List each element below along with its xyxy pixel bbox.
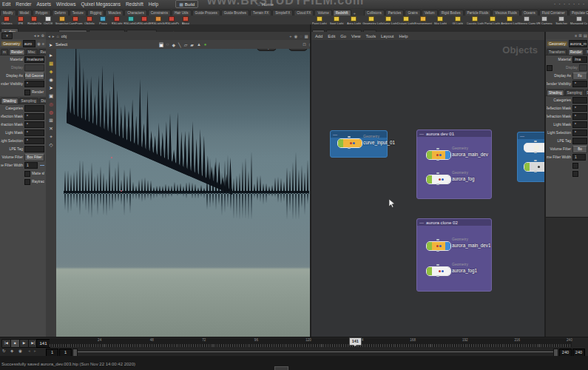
node-input-connector[interactable] (436, 148, 439, 149)
grid-icon[interactable]: ⊞ (49, 118, 53, 123)
network-box-header[interactable]: —aurora clone 02 (417, 219, 491, 226)
folder-tab-render[interactable]: Render (568, 49, 584, 55)
subtab-sampling[interactable]: Sampling (565, 90, 584, 95)
shelf-tool-ambient-light[interactable]: Ambient Light (501, 16, 518, 24)
node-lock-icon[interactable]: ◉ (37, 41, 41, 46)
subtab-shading[interactable]: Shading (547, 90, 564, 95)
parameter-field[interactable]: * (572, 113, 587, 120)
render-flag[interactable] (445, 151, 450, 159)
target-icon[interactable]: ⌖ (50, 134, 53, 139)
layout-single-icon[interactable]: ▦ (304, 34, 308, 38)
light-network-box[interactable]: — (517, 132, 545, 182)
menu-windows[interactable]: Windows (56, 1, 75, 7)
node-name-field[interactable]: aurora_main_ (569, 40, 587, 47)
shelf-tab-redshift[interactable]: Redshift (333, 10, 351, 16)
parameter-field[interactable]: * (24, 130, 44, 136)
shelf-tool-geometry-light[interactable]: Geometry Light (362, 16, 379, 24)
menu-edit[interactable]: Edit (2, 1, 10, 7)
select-mode-label[interactable]: Select (55, 42, 67, 47)
next-key-icon[interactable]: ▸ (34, 349, 36, 353)
node-aurora_main_dev1[interactable]: Geometryaurora_main_dev1 (426, 241, 450, 249)
subtab-sampling[interactable]: Sampling (19, 98, 38, 104)
shelf-tool-caustic-light[interactable]: Caustic Light (467, 16, 484, 24)
prev-key-icon[interactable]: ◂ (28, 349, 30, 353)
scene-viewport[interactable]: Persp ▾ cam1 ▾ (56, 49, 311, 337)
shelf-tab-hair-utils[interactable]: Hair Utils (172, 10, 192, 16)
node-curve_input_01[interactable]: Geometrycurve_input_01 (337, 138, 361, 147)
timeline-ruler[interactable]: 24487296120144168192216240141 (50, 338, 572, 347)
laser-select-icon[interactable]: ╲ (178, 42, 181, 47)
parameter-field[interactable] (572, 138, 587, 144)
shelf-tab-constraints[interactable]: Constraints (148, 10, 171, 16)
parameter-menu-button[interactable]: Bo (572, 146, 587, 153)
select-contained-icon[interactable]: ▰ (190, 42, 194, 47)
parameter-menu-button[interactable]: Full Geometry (24, 73, 44, 80)
parameter-field[interactable] (572, 97, 587, 104)
display-flag[interactable] (427, 242, 432, 250)
shelf-tab-polygon[interactable]: Polygon (33, 10, 51, 16)
node-input-connector[interactable] (436, 264, 439, 266)
menu-render[interactable]: Render (16, 1, 31, 7)
shelf-tab-characters[interactable]: Characters (124, 10, 146, 16)
network-menu-view[interactable]: View (351, 34, 360, 38)
shelf-tab-model[interactable]: Model (17, 10, 33, 16)
parameter-checkbox[interactable] (572, 171, 578, 177)
shelf-tool-on-off[interactable]: On/Off (41, 16, 55, 24)
pin-icon[interactable]: ⊕ (41, 33, 44, 38)
pointer-icon[interactable]: ➤ (49, 85, 53, 90)
shelf-tab-oceans[interactable]: Oceans (521, 10, 538, 16)
shelf-tab-cloud-fx[interactable]: Cloud FX (294, 10, 314, 16)
shelf-tab-simplefx[interactable]: SimpleFX (272, 10, 293, 16)
shelf-tool-point-light[interactable]: Point Light (311, 16, 328, 24)
network-menu-add[interactable]: Add (315, 34, 322, 38)
shelf-tab-rigid-bodies[interactable]: Rigid Bodies (439, 10, 464, 16)
path-forward-icon[interactable]: ▸ (53, 34, 55, 38)
camera-cam1-pill[interactable]: cam1 ▾ (288, 49, 308, 51)
secure-selection-icon[interactable]: ● (204, 42, 207, 47)
parameter-field[interactable]: * (24, 138, 44, 144)
minimize-dash-icon[interactable]: — (419, 132, 424, 136)
network-box-header[interactable]: —aurora dev 01 (417, 130, 491, 137)
box-select-icon[interactable]: ▣ (159, 42, 163, 47)
node-output-connector[interactable] (436, 275, 439, 277)
folder-tab-stub[interactable]: m (1, 49, 8, 55)
node-input-connector[interactable] (436, 172, 439, 174)
select-visible-icon[interactable]: ▱ (184, 42, 188, 47)
display-flag[interactable] (427, 267, 432, 275)
render-flag[interactable] (445, 242, 450, 250)
network-menu-edit[interactable]: Edit (328, 34, 335, 38)
keyframe-toggle-icon[interactable]: ◉ (18, 349, 22, 353)
shelf-tab-guide-brushes[interactable]: Guide Brushes (221, 10, 249, 16)
parameter-checkbox[interactable] (24, 179, 30, 185)
folder-tab-render[interactable]: Render (9, 49, 25, 55)
network-editor-canvas[interactable]: Objects — —Geometrycurve_input_01—aurora… (311, 40, 545, 337)
shelf-tab-populate-containers[interactable]: Populate Containers (569, 10, 588, 16)
shelf-tool-camfrom[interactable]: CamFrom (69, 16, 83, 24)
network-menu-tools[interactable]: Tools (366, 34, 376, 38)
shelf-tool-rslight[interactable]: RSLight (110, 16, 124, 24)
node-input-connector[interactable] (348, 136, 351, 138)
shelf-tool-managed-camera[interactable]: Managed Camera (570, 16, 587, 24)
menu-help[interactable]: Help (149, 1, 158, 7)
add-view-icon[interactable]: + (289, 34, 291, 38)
geo-light-node[interactable] (524, 162, 545, 170)
shelf-tool-vr-camera[interactable]: VR Camera (535, 16, 552, 24)
shelf-tab-deform[interactable]: Deform (52, 10, 69, 16)
parameter-field[interactable]: /ma (572, 56, 587, 63)
parameter-field[interactable]: 1 (572, 154, 586, 161)
parameter-field[interactable]: /mat/aurora_ (24, 56, 44, 63)
mirror-icon[interactable]: ◍ (49, 110, 53, 115)
parameter-field[interactable]: * (24, 113, 44, 120)
shelf-tab-modify[interactable]: Modify (0, 10, 16, 16)
snap-icon[interactable]: ◎ (49, 101, 53, 107)
magnify-icon[interactable]: ◌ (300, 34, 302, 38)
parameter-checkbox[interactable] (24, 90, 30, 95)
parameter-checkbox[interactable] (24, 171, 30, 177)
shelf-tool-about[interactable]: About (179, 16, 193, 24)
shelf-tab-particles[interactable]: Particles (385, 10, 405, 16)
shelf-tool-area-light[interactable]: Area Light (345, 16, 362, 24)
shelf-tool-distant-light[interactable]: Distant Light (397, 16, 414, 24)
node-aurora_fog1[interactable]: Geometryaurora_fog1 (426, 266, 450, 275)
parameter-checkbox[interactable] (572, 163, 578, 169)
layout-icon[interactable]: ▦ (49, 61, 53, 66)
